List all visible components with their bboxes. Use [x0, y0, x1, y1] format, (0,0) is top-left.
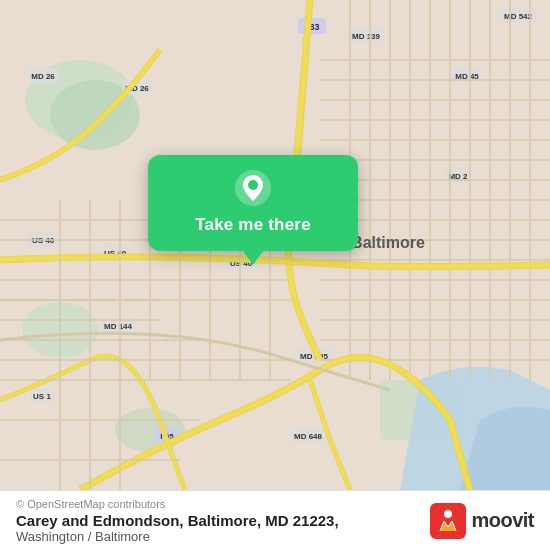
- moovit-icon: [430, 503, 466, 539]
- osm-attribution: © OpenStreetMap contributors: [16, 498, 339, 510]
- svg-text:MD 648: MD 648: [294, 432, 323, 441]
- svg-point-87: [444, 510, 452, 518]
- location-name: Carey and Edmondson, Baltimore, MD 21223…: [16, 512, 339, 529]
- svg-text:MD 144: MD 144: [104, 322, 133, 331]
- take-me-there-button[interactable]: Take me there: [148, 155, 358, 251]
- location-region: Washington / Baltimore: [16, 529, 339, 544]
- svg-text:MD 139: MD 139: [352, 32, 381, 41]
- map-pin-icon: [234, 169, 272, 207]
- svg-rect-86: [430, 503, 466, 539]
- svg-text:US 1: US 1: [33, 392, 51, 401]
- moovit-brand-name: moovit: [471, 509, 534, 532]
- moovit-logo: moovit: [430, 503, 534, 539]
- svg-text:MD 542: MD 542: [504, 12, 533, 21]
- footer: © OpenStreetMap contributors Carey and E…: [0, 490, 550, 550]
- map-container: I 83 MD 139 MD 542 MD 45 MD 26 MD 26 US …: [0, 0, 550, 490]
- svg-text:Baltimore: Baltimore: [351, 234, 425, 251]
- svg-text:MD 26: MD 26: [31, 72, 55, 81]
- svg-point-85: [248, 180, 258, 190]
- callout-label: Take me there: [195, 215, 311, 235]
- footer-text: © OpenStreetMap contributors Carey and E…: [16, 498, 339, 544]
